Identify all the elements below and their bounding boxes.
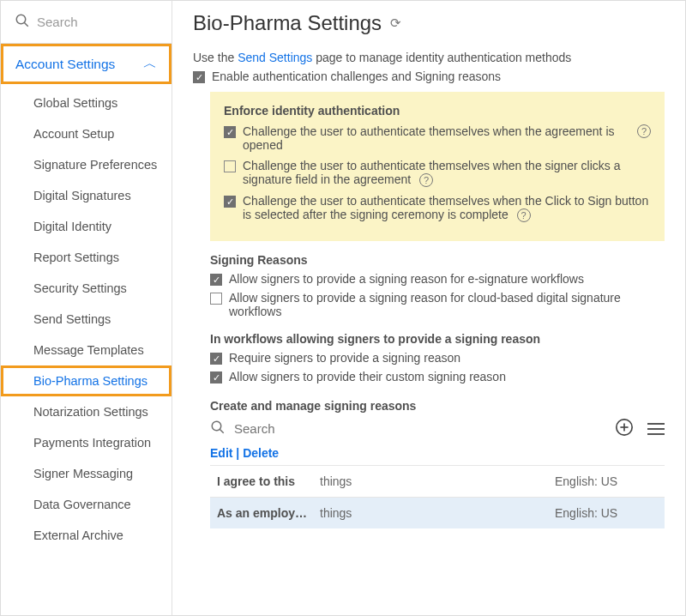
signing-reasons-title: Signing Reasons [210,253,665,267]
chevron-up-icon: ︿ [143,55,157,73]
page-title: Bio-Pharma Settings [193,11,382,35]
wf-opt2-checkbox[interactable] [210,371,222,383]
sr-opt2-checkbox[interactable] [210,293,222,305]
svg-point-0 [16,15,26,24]
sr-opt2-row: Allow signers to provide a signing reaso… [210,291,665,318]
enforce-opt3-label: Challenge the user to authenticate thems… [243,194,651,222]
enforce-opt2-checkbox[interactable] [224,160,236,172]
enforce-opt1-row: Challenge the user to authenticate thems… [224,124,651,152]
nav-item-account-setup[interactable]: Account Setup [1,118,172,149]
help-icon[interactable]: ? [517,208,531,222]
enable-auth-checkbox[interactable] [193,71,205,83]
nav-item-send-settings[interactable]: Send Settings [1,304,172,335]
page-title-row: Bio-Pharma Settings ⟳ [193,11,665,35]
workflow-title: In workflows allowing signers to provide… [210,332,665,346]
reason-desc: things [320,506,555,520]
search-icon [210,420,226,438]
nav-item-bio-pharma-settings[interactable]: Bio-Pharma Settings [1,365,172,396]
svg-point-2 [212,421,221,431]
nav-item-notarization-settings[interactable]: Notarization Settings [1,396,172,427]
nav-item-payments-integration[interactable]: Payments Integration [1,427,172,458]
enforce-opt1-label: Challenge the user to authenticate thems… [243,124,625,152]
enforce-opt3-checkbox[interactable] [224,196,236,208]
enable-auth-row: Enable authentication challenges and Sig… [193,69,665,83]
reasons-search-input[interactable] [234,421,397,436]
enforce-opt3-row: Challenge the user to authenticate thems… [224,194,651,222]
nav-account-settings[interactable]: Account Settings ︿ [1,44,172,84]
enforce-opt2-row: Challenge the user to authenticate thems… [224,159,651,187]
reason-lang: English: US [555,474,658,488]
svg-line-3 [220,429,224,433]
nav-item-signer-messaging[interactable]: Signer Messaging [1,458,172,489]
nav-item-signature-preferences[interactable]: Signature Preferences [1,149,172,180]
sr-opt1-label: Allow signers to provide a signing reaso… [229,272,584,286]
sr-opt2-label: Allow signers to provide a signing reaso… [229,291,665,318]
wf-opt2-label: Allow signers to provide their custom si… [229,370,506,383]
enforce-opt1-checkbox[interactable] [224,126,236,138]
sr-opt1-checkbox[interactable] [210,274,222,286]
reasons-table: I agree to this things English: US As an… [210,465,665,528]
wf-opt2-row: Allow signers to provide their custom si… [210,370,665,383]
enforce-panel: Enforce identity authentication Challeng… [210,92,665,241]
sidebar-search-input[interactable] [37,15,158,29]
nav-item-global-settings[interactable]: Global Settings [1,88,172,118]
nav-item-digital-identity[interactable]: Digital Identity [1,211,172,242]
reasons-table-title: Create and manage signing reasons [210,399,665,413]
nav-item-security-settings[interactable]: Security Settings [1,273,172,304]
nav-item-message-templates[interactable]: Message Templates [1,335,172,365]
sidebar-search[interactable] [1,1,172,44]
intro-text: Use the Send Settings page to manage ide… [193,51,665,64]
reason-name: As an employ… [217,506,320,520]
enforce-title: Enforce identity authentication [224,104,651,118]
reason-lang: English: US [555,506,658,520]
nav-item-report-settings[interactable]: Report Settings [1,242,172,273]
nav-item-external-archive[interactable]: External Archive [1,520,172,551]
menu-icon[interactable] [647,423,665,435]
help-icon[interactable]: ? [419,173,433,187]
svg-line-1 [24,22,28,27]
reason-desc: things [320,474,555,488]
enable-auth-label: Enable authentication challenges and Sig… [212,69,501,83]
reason-name: I agree to this [217,474,320,488]
nav-sublist: Global Settings Account Setup Signature … [1,84,172,554]
add-icon[interactable] [615,418,634,439]
wf-opt1-checkbox[interactable] [210,353,222,365]
wf-opt1-row: Require signers to provide a signing rea… [210,351,665,365]
nav-item-data-governance[interactable]: Data Governance [1,489,172,520]
enforce-opt2-label: Challenge the user to authenticate thems… [243,159,651,187]
sidebar: Account Settings ︿ Global Settings Accou… [1,1,172,615]
nav-item-digital-signatures[interactable]: Digital Signatures [1,180,172,211]
refresh-icon[interactable]: ⟳ [390,15,401,31]
table-row[interactable]: As an employ… things English: US [210,497,665,528]
help-icon[interactable]: ? [637,124,651,138]
main-content: Bio-Pharma Settings ⟳ Use the Send Setti… [172,1,685,615]
table-row[interactable]: I agree to this things English: US [210,465,665,497]
nav-account-settings-label: Account Settings [15,57,115,72]
reasons-search[interactable] [210,420,601,438]
table-actions[interactable]: Edit | Delete [210,446,665,460]
search-icon [15,13,30,31]
send-settings-link[interactable]: Send Settings [238,51,312,64]
reasons-toolbar [210,418,665,439]
wf-opt1-label: Require signers to provide a signing rea… [229,351,460,365]
sr-opt1-row: Allow signers to provide a signing reaso… [210,272,665,286]
